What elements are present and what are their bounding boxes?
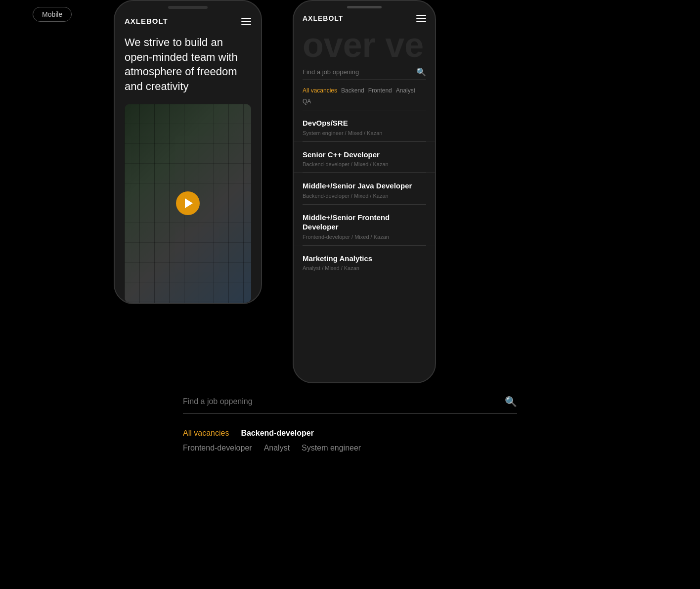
job-title-cpp: Senior C++ Developer — [303, 150, 426, 160]
brand-logo-left: AXLEBOLT — [125, 17, 168, 25]
divider-top — [303, 110, 426, 110]
bottom-filter-all-vacancies[interactable]: All vacancies — [183, 429, 229, 438]
filter-frontend[interactable]: Frontend — [368, 87, 392, 94]
job-item-java[interactable]: Middle+/Senior Java Developer Backend-de… — [294, 176, 435, 204]
job-title-devops: DevOps/SRE — [303, 118, 426, 128]
divider-2 — [303, 173, 426, 173]
phone-mockup-right: AXLEBOLT over ve 🔍 All vacancies Backend… — [293, 0, 436, 383]
job-title-marketing: Marketing Analytics — [303, 254, 426, 264]
bottom-filter-row-1: All vacancies Backend-developer — [183, 429, 517, 438]
job-meta-devops: System engineer / Mixed / Kazan — [303, 130, 426, 136]
phone-left-header: AXLEBOLT — [115, 11, 261, 30]
play-button[interactable] — [176, 191, 200, 215]
bottom-search-bar[interactable]: 🔍 — [183, 396, 517, 414]
divider-4 — [303, 245, 426, 246]
job-title-java: Middle+/Senior Java Developer — [303, 181, 426, 191]
brand-logo-right: AXLEBOLT — [303, 14, 343, 22]
divider-1 — [303, 141, 426, 142]
bottom-search-icon: 🔍 — [505, 396, 517, 408]
job-meta-cpp: Backend-developer / Mixed / Kazan — [303, 161, 426, 167]
phone-mockup-left: AXLEBOLT We strive to build an open-mind… — [114, 0, 262, 304]
video-thumbnail[interactable] — [125, 104, 251, 303]
mobile-tab-button[interactable]: Mobile — [33, 7, 72, 22]
job-title-frontend: Middle+/Senior Frontend Developer — [303, 213, 426, 232]
bottom-filter-system-engineer[interactable]: System engineer — [302, 444, 361, 453]
notch-bar-right — [347, 6, 382, 8]
bottom-search-input[interactable] — [183, 397, 505, 406]
job-item-devops[interactable]: DevOps/SRE System engineer / Mixed / Kaz… — [294, 113, 435, 141]
hamburger-menu-left[interactable] — [241, 18, 251, 25]
bottom-section: 🔍 All vacancies Backend-developer Fronte… — [0, 396, 700, 458]
filter-analyst[interactable]: Analyst — [396, 87, 415, 94]
hamburger-menu-right[interactable] — [416, 15, 426, 22]
search-icon-right: 🔍 — [416, 67, 426, 77]
phone-right-search-input[interactable] — [303, 68, 412, 76]
bottom-filter-analyst[interactable]: Analyst — [264, 444, 290, 453]
bg-large-text: over ve — [294, 26, 435, 63]
phone-right-filter-tags: All vacancies Backend Frontend Analyst Q… — [294, 82, 435, 110]
phone-right-search-bar[interactable]: 🔍 — [303, 67, 426, 80]
hero-headline: We strive to build an open-minded team w… — [115, 30, 261, 104]
phone-right-header: AXLEBOLT — [294, 10, 435, 26]
filter-qa[interactable]: QA — [303, 98, 311, 105]
job-item-cpp[interactable]: Senior C++ Developer Backend-developer /… — [294, 145, 435, 173]
job-item-marketing[interactable]: Marketing Analytics Analyst / Mixed / Ka… — [294, 249, 435, 276]
filter-backend[interactable]: Backend — [341, 87, 364, 94]
filter-all-vacancies[interactable]: All vacancies — [303, 87, 337, 94]
job-item-frontend[interactable]: Middle+/Senior Frontend Developer Fronte… — [294, 208, 435, 245]
bottom-filter-backend-developer[interactable]: Backend-developer — [241, 429, 314, 438]
job-meta-marketing: Analyst / Mixed / Kazan — [303, 265, 426, 271]
divider-3 — [303, 204, 426, 205]
notch-bar — [168, 6, 208, 9]
phone-notch-left — [115, 1, 261, 11]
job-meta-java: Backend-developer / Mixed / Kazan — [303, 193, 426, 199]
bottom-filter-row-2: Frontend-developer Analyst System engine… — [183, 444, 517, 453]
job-meta-frontend: Frontend-developer / Mixed / Kazan — [303, 234, 426, 240]
phone-notch-right — [294, 1, 435, 10]
job-list: DevOps/SRE System engineer / Mixed / Kaz… — [294, 113, 435, 382]
bottom-filter-frontend-developer[interactable]: Frontend-developer — [183, 444, 252, 453]
